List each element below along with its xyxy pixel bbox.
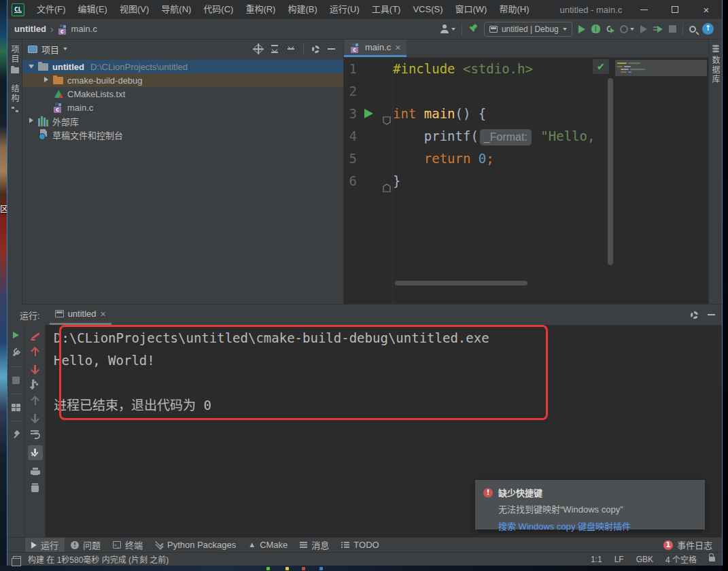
gear-icon[interactable] [312, 46, 319, 53]
code-line[interactable]: } [393, 170, 708, 192]
status-line-ending[interactable]: LF [614, 555, 624, 564]
run-button[interactable] [578, 25, 585, 33]
run-line-icon[interactable] [364, 109, 373, 118]
print-icon[interactable] [31, 468, 40, 476]
notification-link[interactable]: 搜索 Windows copy 键盘映射插件 [498, 519, 697, 532]
locate-file-icon[interactable] [254, 45, 262, 53]
menu-item-3[interactable]: 导航(N) [155, 0, 197, 19]
pin-tab-icon[interactable] [12, 431, 20, 439]
chevron-right-icon[interactable] [43, 77, 50, 84]
tree-row[interactable]: 外部库 [22, 114, 343, 128]
stop-button[interactable] [669, 25, 676, 33]
tool-button-database[interactable]: 数据库 [710, 39, 721, 90]
chevron-right-icon[interactable] [28, 118, 35, 124]
hide-panel-icon[interactable] [328, 48, 335, 50]
console-line[interactable]: Hello, World! [54, 349, 722, 372]
menu-item-0[interactable]: 文件(F) [31, 0, 72, 19]
tool-button-python-packages[interactable]: Python Packages [149, 538, 242, 552]
menu-item-9[interactable]: VCS(S) [406, 0, 449, 19]
inspection-ok-icon[interactable]: ✔ [593, 59, 609, 74]
event-log-button[interactable]: 1 事件日志 [663, 538, 722, 552]
run-disabled-button[interactable] [640, 25, 647, 33]
breadcrumb-project[interactable]: untitled [14, 24, 46, 34]
code-line[interactable]: return 0; [393, 148, 708, 170]
minimize-button[interactable] [628, 0, 659, 19]
close-button[interactable]: × [691, 0, 722, 19]
status-indent-style[interactable]: 4 个空格 [665, 553, 697, 565]
lock-icon[interactable] [709, 557, 715, 561]
close-tab-icon[interactable]: × [395, 43, 400, 52]
tool-button-structure[interactable]: 结构 [9, 79, 20, 118]
rerun-button[interactable] [13, 332, 19, 339]
tree-row[interactable]: CMakeLists.txt [22, 87, 343, 101]
collapse-all-icon[interactable] [287, 45, 295, 53]
chevron-down-icon[interactable] [28, 63, 35, 70]
tool-button-终端[interactable]: >_终端 [107, 538, 149, 552]
status-message[interactable]: 构建 在 1秒580毫秒 内完成 (片刻 之前) [28, 553, 169, 565]
run-configuration-select[interactable]: untitled | Debug [484, 22, 572, 37]
tool-button-todo[interactable]: TODO [335, 538, 385, 552]
toggle-panels-icon[interactable] [13, 556, 21, 563]
notification-popup[interactable]: ! 缺少快捷键 无法找到键映射“Windows copy” 搜索 Windows… [475, 480, 705, 530]
tree-row[interactable]: cmake-build-debug [22, 73, 343, 87]
gutter-line[interactable]: 4 [344, 125, 392, 148]
menu-item-10[interactable]: 窗口(W) [449, 0, 493, 19]
pencil-icon[interactable] [31, 332, 39, 341]
menu-item-6[interactable]: 构建(B) [281, 0, 323, 19]
profiler-button[interactable]: C [606, 24, 614, 34]
tool-button-问题[interactable]: !问题 [65, 538, 107, 552]
tool-button-project[interactable]: 项目 [9, 39, 20, 79]
tool-button-cmake[interactable]: ▲CMake [242, 538, 294, 552]
restore-layout-icon[interactable] [12, 404, 20, 411]
stop-icon[interactable] [12, 377, 20, 384]
coverage-button[interactable] [620, 25, 634, 33]
gutter-line[interactable]: 1 [344, 58, 392, 80]
tree-row[interactable]: main.c [22, 101, 343, 114]
down-stack-trace-icon[interactable] [31, 364, 39, 373]
menu-item-4[interactable]: 代码(C) [197, 0, 239, 19]
vertical-scrollbar[interactable] [608, 78, 613, 265]
code-line[interactable] [393, 80, 708, 103]
update-icon[interactable]: ↑ [702, 23, 714, 35]
user-menu-button[interactable] [440, 24, 455, 33]
close-tab-icon[interactable]: × [101, 309, 106, 319]
editor-tab-main-c[interactable]: main.c × [344, 39, 406, 57]
horizontal-scrollbar[interactable] [395, 281, 527, 286]
prev-occurrence-icon[interactable] [31, 397, 39, 406]
console-line[interactable]: 进程已结束，退出代码为 0 [54, 394, 722, 417]
status-encoding[interactable]: GBK [636, 555, 653, 564]
hide-panel-icon[interactable] [708, 314, 715, 315]
gutter-line[interactable]: 3 [344, 103, 392, 125]
fold-close-icon[interactable] [383, 177, 391, 199]
menu-item-5[interactable]: 重构(R) [239, 0, 281, 19]
next-occurrence-icon[interactable] [31, 413, 39, 422]
tree-row[interactable]: untitledD:\CLionProjects\untitled [22, 60, 343, 73]
console-line[interactable] [54, 372, 722, 394]
editor-body[interactable]: 123456 #include <stdio.h> int main() { p… [344, 58, 708, 304]
gutter-line[interactable]: 6 [344, 170, 392, 192]
menu-item-8[interactable]: 工具(T) [366, 0, 407, 19]
build-hammer-icon[interactable] [468, 24, 478, 34]
search-everywhere-icon[interactable] [689, 26, 696, 33]
chevron-down-icon[interactable] [63, 48, 67, 50]
scroll-to-end-button[interactable] [28, 445, 43, 460]
console-line[interactable]: D:\CLionProjects\untitled\cmake-build-de… [54, 327, 722, 349]
clear-all-icon[interactable] [31, 483, 39, 492]
project-panel-title[interactable]: 项目 [41, 43, 59, 56]
sort-lines-icon[interactable] [31, 381, 39, 390]
status-caret-position[interactable]: 1:1 [591, 555, 602, 564]
run-tab-untitled[interactable]: untitled × [50, 305, 111, 325]
gear-icon[interactable] [691, 311, 698, 319]
maximize-button[interactable] [659, 0, 691, 19]
soft-wrap-icon[interactable] [31, 430, 40, 438]
up-stack-trace-icon[interactable] [31, 348, 39, 357]
tool-button-消息[interactable]: 消息 [294, 538, 335, 552]
menu-item-7[interactable]: 运行(U) [324, 0, 366, 19]
edit-configuration-icon[interactable] [12, 348, 20, 357]
attach-process-button[interactable] [653, 25, 663, 33]
code-line[interactable]: printf(_Format: "Hello, [393, 125, 708, 148]
code-line[interactable]: int main() { [393, 103, 708, 125]
menu-item-1[interactable]: 编辑(E) [72, 0, 114, 19]
debug-button[interactable] [591, 24, 600, 33]
breadcrumb-file[interactable]: main.c [58, 24, 97, 35]
